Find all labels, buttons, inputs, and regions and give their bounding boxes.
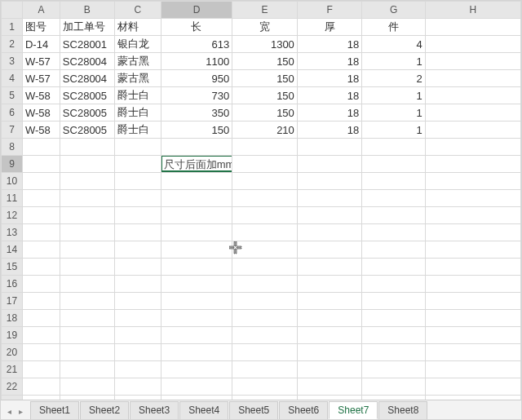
- cell-C6[interactable]: 爵士白: [114, 104, 161, 122]
- cell-H14[interactable]: [425, 241, 520, 259]
- cell-E9[interactable]: [232, 156, 298, 173]
- cell-H13[interactable]: [425, 224, 520, 241]
- cell-E3[interactable]: 150: [232, 53, 298, 70]
- cell-G7[interactable]: 1: [362, 122, 425, 139]
- cell-D5[interactable]: 730: [161, 87, 232, 104]
- cell-H12[interactable]: [425, 207, 520, 224]
- cell-E17[interactable]: [232, 293, 298, 310]
- row-header-22[interactable]: 22: [2, 378, 23, 396]
- chevron-right-icon[interactable]: ▸: [15, 405, 25, 417]
- col-header-F[interactable]: F: [297, 2, 361, 19]
- cell-G16[interactable]: [362, 276, 425, 293]
- cell-D16[interactable]: [161, 276, 232, 293]
- cell-A15[interactable]: [22, 259, 60, 276]
- cell-A5[interactable]: W-58: [22, 87, 60, 104]
- row-header-8[interactable]: 8: [2, 139, 23, 156]
- row-header-20[interactable]: 20: [2, 344, 23, 361]
- cell-E6[interactable]: 150: [232, 104, 298, 122]
- cell-G12[interactable]: [362, 207, 425, 224]
- row-header-6[interactable]: 6: [2, 104, 23, 122]
- cell-B12[interactable]: [60, 207, 114, 224]
- cell-A12[interactable]: [22, 207, 60, 224]
- cell-A8[interactable]: [22, 139, 60, 156]
- cell-C3[interactable]: 蒙古黑: [114, 53, 161, 70]
- cell-H18[interactable]: [425, 310, 520, 327]
- cell-G22[interactable]: [362, 378, 425, 396]
- cell-B14[interactable]: [60, 241, 114, 259]
- row-header-4[interactable]: 4: [2, 70, 23, 87]
- row-header-15[interactable]: 15: [2, 259, 23, 276]
- cell-B9[interactable]: [60, 156, 114, 173]
- cell-D10[interactable]: [161, 173, 232, 190]
- cell-D20[interactable]: [161, 344, 232, 361]
- cell-A6[interactable]: W-58: [22, 104, 60, 122]
- cell-B4[interactable]: SC28004: [60, 70, 114, 87]
- row-header-12[interactable]: 12: [2, 207, 23, 224]
- cell-F13[interactable]: [297, 224, 361, 241]
- cell-F6[interactable]: 18: [297, 104, 361, 122]
- cell-G18[interactable]: [362, 310, 425, 327]
- cell-F10[interactable]: [297, 173, 361, 190]
- cell-E11[interactable]: [232, 190, 298, 207]
- cell-F17[interactable]: [297, 293, 361, 310]
- cell-E2[interactable]: 1300: [232, 36, 298, 53]
- col-header-H[interactable]: H: [425, 2, 520, 19]
- cell-A17[interactable]: [22, 293, 60, 310]
- cell-B21[interactable]: [60, 361, 114, 378]
- cell-G21[interactable]: [362, 361, 425, 378]
- cell-A16[interactable]: [22, 276, 60, 293]
- cell-F16[interactable]: [297, 276, 361, 293]
- cell-C8[interactable]: [114, 139, 161, 156]
- cell-A10[interactable]: [22, 173, 60, 190]
- select-all-corner[interactable]: [2, 2, 23, 19]
- cell-H15[interactable]: [425, 259, 520, 276]
- cell-H21[interactable]: [425, 361, 520, 378]
- cell-B10[interactable]: [60, 173, 114, 190]
- cell-D12[interactable]: [161, 207, 232, 224]
- cell-E15[interactable]: [232, 259, 298, 276]
- cell-F4[interactable]: 18: [297, 70, 361, 87]
- cell-A13[interactable]: [22, 224, 60, 241]
- cell-B19[interactable]: [60, 327, 114, 344]
- row-header-9[interactable]: 9: [2, 156, 23, 173]
- cell-F1[interactable]: 厚: [297, 19, 361, 36]
- cell-F21[interactable]: [297, 361, 361, 378]
- row-header-2[interactable]: 2: [2, 36, 23, 53]
- cell-A4[interactable]: W-57: [22, 70, 60, 87]
- sheet-tab-Sheet3[interactable]: Sheet3: [130, 401, 179, 419]
- cell-B1[interactable]: 加工单号: [60, 19, 114, 36]
- cell-B15[interactable]: [60, 259, 114, 276]
- cell-D15[interactable]: [161, 259, 232, 276]
- sheet-tab-Sheet4[interactable]: Sheet4: [179, 401, 228, 419]
- cell-H10[interactable]: [425, 173, 520, 190]
- cell-H3[interactable]: [425, 53, 520, 70]
- col-header-C[interactable]: C: [114, 2, 161, 19]
- cell-E7[interactable]: 210: [232, 122, 298, 139]
- cell-A1[interactable]: 图号: [22, 19, 60, 36]
- cell-edit-box[interactable]: 尺寸后面加mm: [161, 156, 232, 173]
- sheet-nav-arrows[interactable]: ◂ ▸: [4, 405, 25, 417]
- cell-C1[interactable]: 材料: [114, 19, 161, 36]
- cell-E4[interactable]: 150: [232, 70, 298, 87]
- cell-H2[interactable]: [425, 36, 520, 53]
- col-header-E[interactable]: E: [232, 2, 298, 19]
- cell-G1[interactable]: 件: [362, 19, 425, 36]
- col-header-A[interactable]: A: [22, 2, 60, 19]
- cell-H7[interactable]: [425, 122, 520, 139]
- cell-C18[interactable]: [114, 310, 161, 327]
- cell-D14[interactable]: [161, 241, 232, 259]
- row-header-18[interactable]: 18: [2, 310, 23, 327]
- cell-G15[interactable]: [362, 259, 425, 276]
- cell-G11[interactable]: [362, 190, 425, 207]
- cell-A3[interactable]: W-57: [22, 53, 60, 70]
- cell-F14[interactable]: [297, 241, 361, 259]
- cell-H20[interactable]: [425, 344, 520, 361]
- cell-H16[interactable]: [425, 276, 520, 293]
- cell-D8[interactable]: [161, 139, 232, 156]
- cell-E16[interactable]: [232, 276, 298, 293]
- cell-E21[interactable]: [232, 361, 298, 378]
- cell-D21[interactable]: [161, 361, 232, 378]
- chevron-left-icon[interactable]: ◂: [4, 405, 14, 417]
- cell-H17[interactable]: [425, 293, 520, 310]
- cell-A9[interactable]: [22, 156, 60, 173]
